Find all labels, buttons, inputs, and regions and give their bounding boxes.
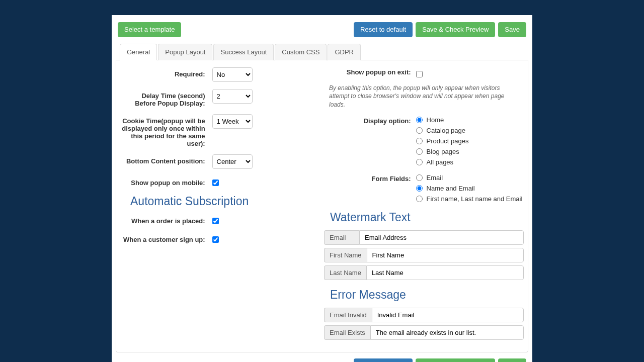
order-placed-checkbox[interactable] [212,218,219,224]
watermark-firstname-group: First Name [324,248,524,262]
display-option-product-label: Product pages [427,137,469,145]
display-option-blog[interactable] [416,148,423,155]
display-option-product[interactable] [416,138,423,144]
save-button-bottom[interactable]: Save [498,358,526,362]
tab-content: Required: No Delay Time (second) Before … [116,60,528,352]
form-fields-email[interactable] [416,174,423,181]
tab-success-layout[interactable]: Success Layout [213,44,274,60]
exit-popup-help: By enabling this option, the popup will … [324,84,524,109]
form-fields-email-label: Email [427,174,443,182]
save-button[interactable]: Save [498,22,526,37]
select-template-button[interactable]: Select a template [118,22,181,37]
order-placed-label: When a order is placed: [120,214,212,225]
cookie-time-label: Cookie Time(popup will be displayed only… [120,114,212,147]
tab-general[interactable]: General [120,44,157,60]
watermark-firstname-input[interactable] [367,248,524,262]
delay-select[interactable]: 2 [212,89,253,104]
error-exists-addon: Email Exists [324,325,370,340]
save-preview-button-bottom[interactable]: Save & Check Preview [416,358,495,362]
required-select[interactable]: No [212,67,253,82]
tab-custom-css[interactable]: Custom CSS [275,44,327,60]
automatic-subscription-title: Automatic Subscription [130,195,320,208]
customer-signup-checkbox[interactable] [212,236,219,243]
cookie-time-select[interactable]: 1 Week [212,114,253,129]
bottom-position-label: Bottom Content position: [120,154,212,165]
watermark-lastname-group: Last Name [324,265,524,280]
error-message-title: Error Message [330,288,524,302]
watermark-title: Watermark Text [330,211,524,224]
required-label: Required: [120,67,212,78]
form-fields-fullname-email[interactable] [416,196,423,202]
display-option-label: Display option: [324,116,416,125]
top-toolbar: Select a template Reset to default Save … [116,19,528,43]
bottom-toolbar: Reset to default Save & Check Preview Sa… [116,352,528,362]
display-option-blog-label: Blog pages [427,148,459,155]
form-fields-fullname-email-label: First name, Last name and Email [427,195,523,203]
watermark-email-group: Email [324,230,524,245]
exit-popup-label: Show popup on exit: [324,67,416,76]
watermark-lastname-input[interactable] [366,265,524,280]
customer-signup-label: When a customer sign up: [120,233,212,243]
form-fields-name-email-label: Name and Email [427,185,475,192]
right-column: Show popup on exit: By enabling this opt… [324,67,524,343]
display-option-home-label: Home [427,116,444,124]
watermark-email-input[interactable] [359,230,524,245]
error-exists-group: Email Exists [324,325,524,340]
display-option-catalog-label: Catalog page [427,127,465,134]
watermark-firstname-addon: First Name [324,248,367,262]
watermark-lastname-addon: Last Name [324,265,366,280]
show-mobile-checkbox[interactable] [212,179,219,186]
delay-label: Delay Time (second) Before Popup Display… [120,89,212,107]
display-option-home[interactable] [416,117,423,123]
tab-popup-layout[interactable]: Popup Layout [158,44,212,60]
form-fields-name-email[interactable] [416,185,423,192]
error-exists-input[interactable] [370,325,524,340]
watermark-email-addon: Email [324,230,359,245]
display-option-all[interactable] [416,159,423,165]
bottom-position-select[interactable]: Center [212,154,253,169]
form-fields-group: Email Name and Email First name, Last na… [416,174,524,206]
show-mobile-label: Show popup on mobile: [120,176,212,187]
display-option-group: Home Catalog page Product pages Blog pag… [416,116,524,169]
error-invalid-addon: Email Invalid [324,308,372,322]
display-option-catalog[interactable] [416,127,423,134]
left-column: Required: No Delay Time (second) Before … [120,67,320,343]
exit-popup-checkbox[interactable] [416,71,423,77]
display-option-all-label: All pages [427,158,453,166]
tab-bar: General Popup Layout Success Layout Cust… [116,43,528,60]
settings-panel: Select a template Reset to default Save … [112,15,532,362]
reset-default-button[interactable]: Reset to default [354,22,413,37]
error-invalid-input[interactable] [372,308,524,322]
tab-gdpr[interactable]: GDPR [328,44,361,60]
form-fields-label: Form Fields: [324,174,416,183]
save-preview-button[interactable]: Save & Check Preview [416,22,495,37]
error-invalid-group: Email Invalid [324,308,524,322]
reset-default-button-bottom[interactable]: Reset to default [354,358,413,362]
